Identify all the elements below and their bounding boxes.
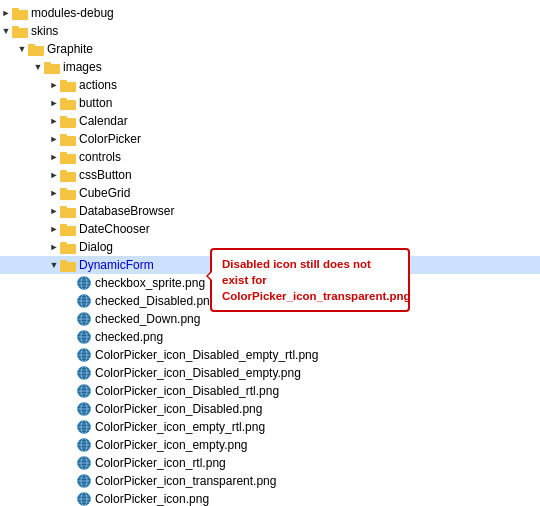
tree-item-cp-transparent[interactable]: ColorPicker_icon_transparent.png	[0, 472, 540, 490]
folder-icon-cubegrid	[60, 186, 76, 200]
folder-icon-dynamicform	[60, 258, 76, 272]
label-images: images	[63, 60, 102, 74]
toggle-dialog[interactable]: ►	[48, 241, 60, 253]
folder-icon-datechooser	[60, 222, 76, 236]
label-controls: controls	[79, 150, 121, 164]
globe-icon-cp-disabled-rtl	[76, 384, 92, 398]
folder-icon-images	[44, 60, 60, 74]
toggle-colorpicker[interactable]: ►	[48, 133, 60, 145]
folder-icon-cssbutton	[60, 168, 76, 182]
toggle-actions[interactable]: ►	[48, 79, 60, 91]
toggle-datechooser[interactable]: ►	[48, 223, 60, 235]
tree-item-cp-empty[interactable]: ColorPicker_icon_empty.png	[0, 436, 540, 454]
tree-item-cp-empty-rtl[interactable]: ColorPicker_icon_empty_rtl.png	[0, 418, 540, 436]
tree-item-dialog[interactable]: ► Dialog	[0, 238, 540, 256]
svg-rect-23	[60, 206, 67, 209]
label-checked-disabled: checked_Disabled.png	[95, 294, 216, 308]
toggle-modules-debug[interactable]: ►	[0, 7, 12, 19]
toggle-controls[interactable]: ►	[48, 151, 60, 163]
label-cp-rtl: ColorPicker_icon_rtl.png	[95, 456, 226, 470]
globe-icon-cp-empty	[76, 438, 92, 452]
tree-item-cubegrid[interactable]: ► CubeGrid	[0, 184, 540, 202]
svg-rect-10	[60, 100, 76, 110]
globe-icon-cp-disabled-empty-rtl	[76, 348, 92, 362]
toggle-dynamicform[interactable]: ▼	[48, 259, 60, 271]
tree-item-cp-disabled[interactable]: ColorPicker_icon_Disabled.png	[0, 400, 540, 418]
folder-icon-calendar	[60, 114, 76, 128]
tree-item-colorpicker[interactable]: ► ColorPicker	[0, 130, 540, 148]
label-cp-disabled-rtl: ColorPicker_icon_Disabled_rtl.png	[95, 384, 279, 398]
svg-rect-5	[28, 44, 35, 47]
tree-item-images[interactable]: ▼ images	[0, 58, 540, 76]
toggle-calendar[interactable]: ►	[48, 115, 60, 127]
tree-item-cssbutton[interactable]: ► cssButton	[0, 166, 540, 184]
label-cp-icon: ColorPicker_icon.png	[95, 492, 209, 506]
svg-rect-0	[12, 10, 28, 20]
tree-item-cp-icon[interactable]: ColorPicker_icon.png	[0, 490, 540, 506]
toggle-images[interactable]: ▼	[32, 61, 44, 73]
label-cp-empty: ColorPicker_icon_empty.png	[95, 438, 248, 452]
toggle-cssbutton[interactable]: ►	[48, 169, 60, 181]
folder-icon-dialog	[60, 240, 76, 254]
folder-icon-graphite	[28, 42, 44, 56]
svg-rect-13	[60, 116, 67, 119]
tree-item-checked-down[interactable]: checked_Down.png	[0, 310, 540, 328]
tree-item-controls[interactable]: ► controls	[0, 148, 540, 166]
label-databasebrowser: DatabaseBrowser	[79, 204, 174, 218]
file-tree[interactable]: ► modules-debug ▼ skins ▼	[0, 0, 540, 506]
tree-item-datechooser[interactable]: ► DateChooser	[0, 220, 540, 238]
label-cp-disabled-empty: ColorPicker_icon_Disabled_empty.png	[95, 366, 301, 380]
label-checked: checked.png	[95, 330, 163, 344]
toggle-button[interactable]: ►	[48, 97, 60, 109]
svg-rect-4	[28, 46, 44, 56]
toggle-cubegrid[interactable]: ►	[48, 187, 60, 199]
tree-item-dynamicform[interactable]: ▼ DynamicForm	[0, 256, 540, 274]
svg-rect-22	[60, 208, 76, 218]
tree-item-cp-disabled-empty[interactable]: ColorPicker_icon_Disabled_empty.png	[0, 364, 540, 382]
tree-item-databasebrowser[interactable]: ► DatabaseBrowser	[0, 202, 540, 220]
svg-rect-19	[60, 170, 67, 173]
tree-item-cp-disabled-rtl[interactable]: ColorPicker_icon_Disabled_rtl.png	[0, 382, 540, 400]
label-cp-disabled-empty-rtl: ColorPicker_icon_Disabled_empty_rtl.png	[95, 348, 318, 362]
svg-rect-11	[60, 98, 67, 101]
toggle-databasebrowser[interactable]: ►	[48, 205, 60, 217]
label-dynamicform: DynamicForm	[79, 258, 154, 272]
label-graphite: Graphite	[47, 42, 93, 56]
svg-rect-17	[60, 152, 67, 155]
svg-rect-7	[44, 62, 51, 65]
toggle-skins[interactable]: ▼	[0, 25, 12, 37]
svg-rect-12	[60, 118, 76, 128]
tree-item-cp-disabled-empty-rtl[interactable]: ColorPicker_icon_Disabled_empty_rtl.png	[0, 346, 540, 364]
tree-item-graphite[interactable]: ▼ Graphite	[0, 40, 540, 58]
svg-rect-1	[12, 8, 19, 11]
label-skins: skins	[31, 24, 58, 38]
tree-item-actions[interactable]: ► actions	[0, 76, 540, 94]
label-checkbox-sprite: checkbox_sprite.png	[95, 276, 205, 290]
tree-item-modules-debug[interactable]: ► modules-debug	[0, 4, 540, 22]
globe-icon-checkbox-sprite	[76, 276, 92, 290]
svg-rect-6	[44, 64, 60, 74]
svg-rect-15	[60, 134, 67, 137]
globe-icon-cp-disabled	[76, 402, 92, 416]
globe-icon-cp-disabled-empty	[76, 366, 92, 380]
label-colorpicker: ColorPicker	[79, 132, 141, 146]
toggle-graphite[interactable]: ▼	[16, 43, 28, 55]
tree-item-calendar[interactable]: ► Calendar	[0, 112, 540, 130]
label-checked-down: checked_Down.png	[95, 312, 200, 326]
svg-rect-28	[60, 262, 76, 272]
tree-item-button[interactable]: ► button	[0, 94, 540, 112]
svg-rect-8	[60, 82, 76, 92]
svg-rect-16	[60, 154, 76, 164]
tree-item-checkbox-sprite[interactable]: checkbox_sprite.png	[0, 274, 540, 292]
tree-item-skins[interactable]: ▼ skins	[0, 22, 540, 40]
tree-item-checked[interactable]: checked.png	[0, 328, 540, 346]
globe-icon-checked	[76, 330, 92, 344]
globe-icon-cp-transparent	[76, 474, 92, 488]
folder-icon-colorpicker	[60, 132, 76, 146]
svg-rect-27	[60, 242, 67, 245]
tree-item-checked-disabled[interactable]: checked_Disabled.png	[0, 292, 540, 310]
folder-icon-actions	[60, 78, 76, 92]
svg-rect-29	[60, 260, 67, 263]
svg-rect-3	[12, 26, 19, 29]
tree-item-cp-rtl[interactable]: ColorPicker_icon_rtl.png	[0, 454, 540, 472]
